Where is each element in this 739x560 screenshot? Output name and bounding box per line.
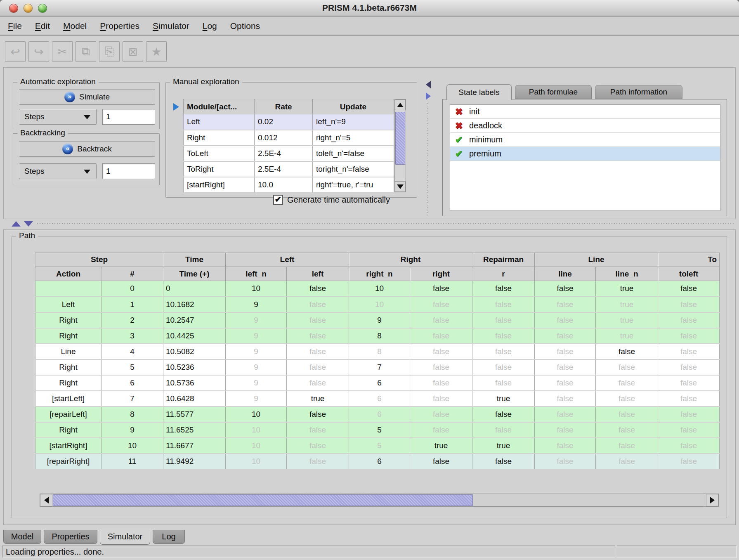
paste-button[interactable]: ⎘ (99, 41, 120, 62)
column-header-right[interactable]: right (410, 267, 472, 281)
paste-icon: ⎘ (105, 45, 114, 59)
menu-log[interactable]: Log (201, 20, 219, 32)
transition-row[interactable]: Right0.012right_n'=5 (184, 130, 394, 146)
backtrack-button[interactable]: Backtrack (19, 141, 155, 157)
path-step-row[interactable]: Line410.50829false8falsefalsefalsefalsef… (35, 344, 720, 359)
scroll-down-button[interactable] (395, 181, 406, 192)
cut-button[interactable]: ✂ (52, 41, 73, 62)
backtracking-group: Backtracking Backtrack Steps 1 (13, 133, 160, 185)
simulate-steps-value: 1 (106, 112, 111, 121)
backtrack-steps-input[interactable]: 1 (102, 163, 155, 179)
tab-path-formulae[interactable]: Path formulae (515, 85, 592, 99)
horizontal-splitter[interactable] (3, 220, 736, 228)
scroll-right-button[interactable] (706, 494, 718, 506)
transition-row[interactable]: [startRight]10.0right'=true, r'=tru (184, 177, 394, 193)
simulate-steps-input[interactable]: 1 (102, 109, 155, 125)
state-label-name: deadlock (469, 121, 502, 130)
generate-time-checkbox[interactable] (273, 195, 283, 205)
state-label-row-init[interactable]: init (450, 105, 720, 119)
path-step-row[interactable]: Right510.52369false7falsefalsefalsefalse… (35, 359, 720, 375)
tab-log[interactable]: Log (153, 530, 185, 544)
scrollbar-thumb[interactable] (395, 112, 405, 165)
column-header-action[interactable]: Action (35, 267, 102, 281)
collapse-down-icon[interactable] (24, 221, 33, 227)
tab-model[interactable]: Model (3, 530, 41, 544)
column-header-line-n[interactable]: line_n (596, 267, 658, 281)
manual-exploration-table: Module/[act... Rate Update Left0.02left_… (183, 99, 394, 193)
state-label-row-minimum[interactable]: minimum (450, 133, 720, 147)
check-icon (453, 149, 464, 159)
column-header-update[interactable]: Update (313, 99, 394, 114)
star-button[interactable]: ★ (146, 41, 167, 62)
path-step-row[interactable]: [repairRight]1111.949210false6falsefalse… (35, 454, 720, 469)
scroll-left-button[interactable] (40, 494, 52, 506)
state-labels-list: initdeadlockminimumpremium (450, 104, 720, 211)
simulate-steps-combo[interactable]: Steps (19, 109, 97, 125)
generate-time-row: Generate time automatically (273, 195, 390, 205)
tab-properties[interactable]: Properties (44, 530, 97, 544)
redo-button[interactable]: ↪ (28, 41, 49, 62)
column-header-time-[interactable]: Time (+) (163, 267, 226, 281)
column-header-left-n[interactable]: left_n (226, 267, 287, 281)
path-step-row[interactable]: Right310.44259false8falsefalsefalsetruef… (35, 328, 720, 344)
delete-button[interactable]: ⊠ (123, 41, 143, 62)
column-header-line[interactable]: line (535, 267, 596, 281)
menu-options[interactable]: Options (229, 20, 262, 32)
state-label-row-premium[interactable]: premium (450, 147, 720, 161)
cut-icon: ✂ (57, 45, 67, 59)
column-header-r[interactable]: r (472, 267, 535, 281)
menu-file[interactable]: File (6, 20, 24, 32)
current-transition-pointer-icon (173, 103, 179, 111)
undo-button[interactable]: ↩ (5, 41, 26, 62)
path-table: StepTimeLeftRightRepairmanLineToAction#T… (35, 253, 720, 470)
backtrack-steps-value: 1 (106, 167, 111, 176)
backtrack-steps-combo[interactable]: Steps (19, 163, 97, 179)
path-step-row[interactable]: Left110.16829false10falsefalsefalsetruef… (35, 297, 720, 312)
scrollbar-thumb[interactable] (53, 494, 473, 506)
state-label-row-deadlock[interactable]: deadlock (450, 119, 720, 133)
column-header-num[interactable]: # (102, 267, 163, 281)
column-header-module[interactable]: Module/[act... (184, 99, 255, 114)
menu-model[interactable]: Model (61, 20, 88, 32)
undo-icon: ↩ (10, 45, 20, 59)
transition-row[interactable]: ToRight2.5E-4toright_n'=false (184, 161, 394, 177)
copy-button[interactable]: ⧉ (76, 41, 96, 62)
tab-state-labels[interactable]: State labels (446, 84, 512, 100)
column-header-toleft[interactable]: toleft (658, 267, 720, 281)
column-header-right-n[interactable]: right_n (349, 267, 410, 281)
state-label-name: premium (469, 149, 501, 158)
simulate-button[interactable]: Simulate (19, 89, 155, 105)
path-step-row[interactable]: 0010false10falsefalsefalsetruefalse (35, 281, 720, 297)
tab-simulator[interactable]: Simulator (100, 529, 150, 545)
backtrack-button-label: Backtrack (77, 144, 111, 154)
menu-properties[interactable]: Properties (98, 20, 141, 32)
check-icon (453, 135, 464, 145)
manual-table-scrollbar[interactable] (394, 99, 406, 192)
column-header-rate[interactable]: Rate (255, 99, 313, 114)
menu-simulator[interactable]: Simulator (151, 20, 191, 32)
transition-row[interactable]: ToLeft2.5E-4toleft_n'=false (184, 146, 394, 161)
collapse-left-icon[interactable] (426, 81, 431, 88)
status-secondary-cell (617, 546, 737, 558)
tab-path-information[interactable]: Path information (595, 85, 682, 99)
menu-edit[interactable]: Edit (33, 20, 52, 32)
generate-time-label: Generate time automatically (287, 195, 390, 205)
column-header-left[interactable]: left (287, 267, 349, 281)
path-group-title: Path (16, 231, 38, 240)
collapse-up-icon[interactable] (12, 221, 21, 227)
path-step-row[interactable]: Right911.652510false5falsefalsefalsefals… (35, 422, 720, 438)
backtrack-steps-combo-value: Steps (24, 167, 45, 176)
path-step-row[interactable]: Right610.57369false6falsefalsefalsefalse… (35, 375, 720, 391)
collapse-right-icon[interactable] (426, 92, 431, 100)
column-group-repairman: Repairman (472, 253, 535, 267)
transition-row[interactable]: Left0.02left_n'=9 (184, 114, 394, 130)
path-step-row[interactable]: [startLeft]710.64289true6falsetruefalsef… (35, 391, 720, 406)
simulate-steps-combo-value: Steps (24, 112, 45, 121)
simulate-button-label: Simulate (79, 92, 110, 102)
path-step-row[interactable]: [startRight]1011.667710false5truetruefal… (35, 438, 720, 454)
path-horizontal-scrollbar[interactable] (40, 494, 719, 507)
path-step-row[interactable]: Right210.25479false9falsefalsefalsetruef… (35, 312, 720, 328)
vertical-splitter[interactable] (425, 70, 432, 216)
scroll-up-button[interactable] (395, 99, 406, 110)
path-step-row[interactable]: [repairLeft]811.557710false6falsefalsefa… (35, 406, 720, 422)
